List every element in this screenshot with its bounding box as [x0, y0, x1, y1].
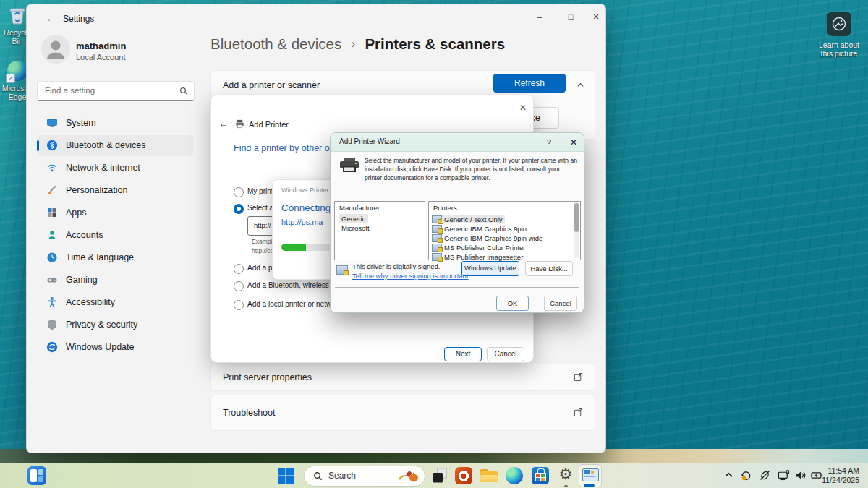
print-server-properties-card[interactable]: Print server properties — [210, 364, 595, 391]
external-link-icon — [574, 408, 583, 417]
store-tile-shape — [541, 474, 545, 477]
tray-device-disabled-icon[interactable] — [759, 469, 771, 481]
sidebar-item-privacy-security[interactable]: Privacy & security — [37, 314, 193, 335]
recycle-bin-icon — [7, 4, 27, 26]
next-button[interactable]: Next — [444, 347, 482, 361]
wifi-icon — [46, 162, 58, 174]
file-explorer-icon[interactable] — [480, 467, 498, 484]
radio-select-shared[interactable] — [234, 204, 244, 214]
minimize-button[interactable]: – — [529, 9, 550, 25]
sidebar-item-label: Accessibility — [66, 297, 115, 307]
printers-listbox[interactable]: Printers Generic / Text Only Generic IBM… — [428, 201, 581, 260]
radio-add-local-printer[interactable] — [234, 300, 244, 310]
app-window-detail — [584, 476, 595, 477]
sidebar-item-bluetooth-devices[interactable]: Bluetooth & devices — [37, 135, 193, 156]
refresh-button[interactable]: Refresh — [493, 74, 566, 93]
radio-add-ip-printer[interactable] — [234, 264, 244, 274]
sidebar-item-label: Apps — [66, 207, 87, 218]
windows-update-button[interactable]: Windows Update — [461, 261, 519, 276]
tray-display-connect-icon[interactable] — [778, 469, 790, 481]
search-icon — [179, 87, 188, 95]
tray-chevron-up-icon[interactable] — [723, 469, 735, 481]
close-button[interactable]: ✕ — [585, 9, 606, 25]
system-icon — [46, 117, 58, 129]
cancel-button[interactable]: Cancel — [487, 347, 524, 361]
maximize-button[interactable]: □ — [560, 9, 582, 25]
sidebar-item-label: Gaming — [66, 275, 98, 285]
app-window-detail — [584, 470, 590, 474]
breadcrumb-current: Printers & scanners — [365, 35, 505, 52]
driver-signing-link[interactable]: Tell me why driver signing is important — [352, 272, 469, 280]
sidebar-item-accounts[interactable]: Accounts — [37, 225, 193, 246]
troubleshoot-label: Troubleshoot — [223, 408, 276, 418]
radio-add-bluetooth-printer[interactable] — [234, 281, 244, 291]
scrollbar[interactable] — [574, 202, 579, 258]
taskbar-search[interactable]: Search — [304, 466, 425, 487]
sidebar-item-windows-update[interactable]: Windows Update — [37, 337, 193, 358]
signed-driver-icon — [336, 265, 348, 275]
back-arrow-icon[interactable]: ← — [219, 119, 228, 129]
sidebar-item-label: Windows Update — [66, 342, 135, 352]
sidebar-item-network-internet[interactable]: Network & internet — [37, 158, 193, 179]
edge-taskbar-icon[interactable] — [506, 467, 523, 484]
breadcrumb-parent[interactable]: Bluetooth & devices — [210, 35, 341, 52]
manufacturer-header: Manufacturer — [339, 204, 380, 212]
accessibility-person-icon — [46, 296, 58, 308]
driver-icon — [432, 253, 442, 261]
troubleshoot-card[interactable]: Troubleshoot — [210, 395, 595, 431]
chevron-up-icon[interactable] — [576, 81, 584, 89]
sidebar-item-time-language[interactable]: Time & language — [37, 247, 193, 268]
add-printer-card-title: Add a printer or scanner — [223, 80, 320, 90]
have-disk-button[interactable]: Have Disk... — [525, 261, 573, 276]
digitally-signed-text: This driver is digitally signed. — [352, 262, 440, 270]
selected-indicator — [37, 140, 39, 151]
wizard-description: Select the manufacturer and model of you… — [365, 156, 577, 182]
start-button[interactable] — [277, 467, 294, 484]
wizard-titlebar: Add Printer Wizard ? ✕ — [331, 133, 584, 152]
sidebar-item-system[interactable]: System — [37, 113, 193, 134]
wizard-title: Add Printer Wizard — [339, 137, 400, 145]
search-placeholder: Search — [328, 471, 356, 481]
search-icon — [313, 471, 323, 481]
back-button[interactable]: ← — [43, 12, 59, 26]
office-icon[interactable] — [455, 467, 472, 484]
sidebar-item-personalization[interactable]: Personalization — [37, 180, 193, 201]
sidebar-item-apps[interactable]: Apps — [37, 202, 193, 223]
tray-update-pending-icon[interactable] — [740, 469, 752, 481]
tray-clock[interactable]: 11:54 AM 11/24/2025 — [816, 466, 859, 485]
folder-front-shape — [480, 475, 498, 482]
close-icon[interactable]: ✕ — [516, 101, 529, 114]
help-button[interactable]: ? — [543, 137, 555, 148]
scrollbar-thumb[interactable] — [574, 203, 579, 232]
tray-volume-icon[interactable] — [795, 469, 807, 481]
radio-my-printer-older[interactable] — [234, 187, 244, 197]
ok-button[interactable]: OK — [496, 296, 529, 311]
widgets-button[interactable] — [27, 466, 46, 485]
clock-icon — [46, 252, 58, 263]
store-tile-shape — [541, 478, 545, 481]
task-view-button[interactable] — [431, 467, 448, 484]
sidebar-item-gaming[interactable]: Gaming — [37, 270, 193, 291]
update-icon — [46, 341, 58, 353]
microsoft-store-icon[interactable] — [532, 467, 549, 484]
settings-search-input[interactable]: Find a setting — [37, 81, 195, 101]
connecting-url: http://ps.ma — [281, 218, 323, 226]
sidebar-item-label: Accounts — [66, 230, 103, 240]
store-tile-shape — [536, 474, 540, 477]
close-icon[interactable]: ✕ — [568, 137, 579, 148]
printer-icon — [339, 156, 360, 175]
add-printer-wizard-dialog: Add Printer Wizard ? ✕ Select the manufa… — [330, 132, 584, 313]
picture-info-icon — [827, 12, 851, 36]
sidebar-item-accessibility[interactable]: Accessibility — [37, 292, 193, 313]
sidebar-item-label: Time & language — [66, 252, 134, 262]
wizard-cancel-button[interactable]: Cancel — [544, 296, 577, 311]
sidebar-item-label: Bluetooth & devices — [66, 140, 146, 150]
avatar[interactable] — [41, 35, 70, 64]
manufacturer-item[interactable]: Microsoft — [339, 223, 373, 233]
tray-time: 11:54 AM — [816, 466, 859, 476]
breadcrumb: Bluetooth & devices › Printers & scanner… — [210, 35, 505, 53]
settings-taskbar-icon[interactable]: ⚙ — [556, 465, 575, 484]
manufacturer-item[interactable]: Generic — [339, 214, 368, 223]
shield-icon — [46, 319, 58, 330]
manufacturer-listbox[interactable]: Manufacturer Generic Microsoft — [334, 201, 425, 260]
